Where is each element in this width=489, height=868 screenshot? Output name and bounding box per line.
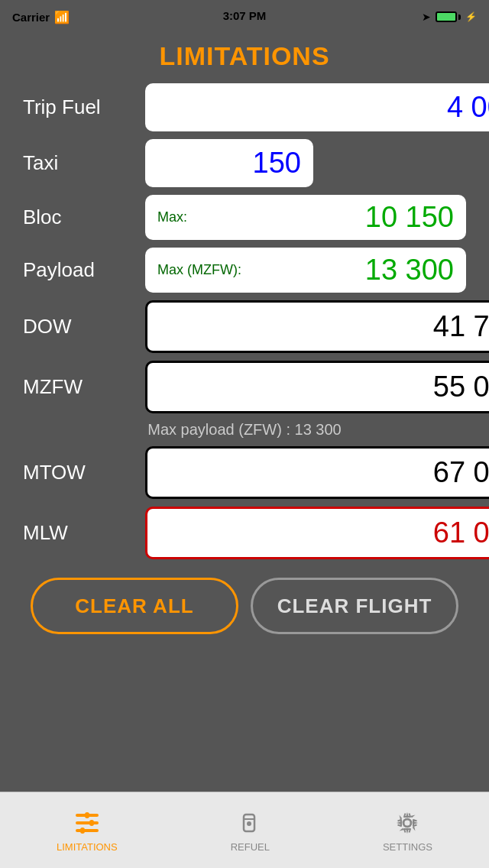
trip-fuel-row: Trip Fuel — [23, 83, 466, 131]
limitations-tab-label: LIMITATIONS — [57, 841, 118, 853]
mlw-row: MLW — [23, 507, 466, 559]
taxi-label: Taxi — [23, 151, 145, 175]
trip-fuel-input[interactable] — [145, 83, 489, 131]
svg-point-9 — [403, 819, 411, 827]
clear-all-button[interactable]: CLEAR ALL — [31, 578, 238, 634]
payload-max-label: Max (MZFW): — [157, 262, 241, 278]
payload-row: Payload Max (MZFW): 13 300 — [23, 248, 466, 293]
dow-label: DOW — [23, 315, 145, 338]
trip-fuel-label: Trip Fuel — [23, 96, 145, 119]
status-bar: Carrier 📶 3:07 PM ➤ ⚡ — [0, 0, 489, 34]
main-content: Trip Fuel Taxi Bloc Max: 10 150 Payload … — [0, 83, 489, 634]
max-payload-info: Max payload (ZFW) : 13 300 — [23, 421, 466, 439]
svg-rect-2 — [76, 829, 99, 832]
mlw-label: MLW — [23, 521, 145, 545]
status-left: Carrier 📶 — [12, 10, 70, 24]
status-time: 3:07 PM — [223, 9, 267, 22]
bloc-row: Bloc Max: 10 150 — [23, 195, 466, 240]
svg-rect-1 — [76, 821, 99, 824]
tab-refuel[interactable]: REFUEL — [231, 808, 270, 853]
taxi-row: Taxi — [23, 139, 466, 187]
bloc-max-label: Max: — [157, 209, 187, 225]
page-title: LIMITATIONS — [0, 34, 489, 83]
battery-icon — [436, 11, 461, 22]
tab-limitations[interactable]: LIMITATIONS — [57, 808, 118, 853]
settings-tab-label: SETTINGS — [383, 841, 432, 853]
gear-icon — [392, 808, 423, 838]
tab-bar: LIMITATIONS REFUEL — [0, 792, 489, 868]
svg-rect-5 — [80, 828, 85, 834]
svg-rect-4 — [89, 820, 94, 826]
bolt-icon: ⚡ — [465, 11, 477, 22]
payload-label: Payload — [23, 258, 145, 282]
mzfw-row: MZFW — [23, 361, 466, 413]
refuel-icon — [235, 808, 265, 838]
buttons-row: CLEAR ALL CLEAR FLIGHT — [23, 578, 466, 634]
taxi-input[interactable] — [145, 139, 313, 187]
dow-input[interactable] — [145, 300, 489, 353]
wifi-icon: 📶 — [54, 10, 70, 24]
status-right: ➤ ⚡ — [422, 11, 477, 23]
payload-input-container: Max (MZFW): 13 300 — [145, 248, 466, 293]
carrier-label: Carrier — [12, 11, 50, 24]
clear-flight-button[interactable]: CLEAR FLIGHT — [251, 578, 458, 634]
limitations-icon — [72, 808, 102, 838]
mzfw-label: MZFW — [23, 375, 145, 399]
refuel-tab-label: REFUEL — [231, 841, 270, 853]
location-icon: ➤ — [422, 11, 431, 23]
mtow-row: MTOW — [23, 446, 466, 499]
bloc-label: Bloc — [23, 206, 145, 229]
dow-row: DOW — [23, 300, 466, 353]
tab-settings[interactable]: SETTINGS — [383, 808, 432, 853]
svg-point-7 — [247, 821, 251, 826]
bloc-value: 10 150 — [365, 201, 454, 234]
payload-value: 13 300 — [365, 254, 454, 287]
mlw-input[interactable] — [145, 507, 489, 559]
mtow-input[interactable] — [145, 446, 489, 499]
svg-rect-3 — [85, 812, 89, 818]
bloc-input-container: Max: 10 150 — [145, 195, 466, 240]
mzfw-input[interactable] — [145, 361, 489, 413]
mtow-label: MTOW — [23, 461, 145, 484]
